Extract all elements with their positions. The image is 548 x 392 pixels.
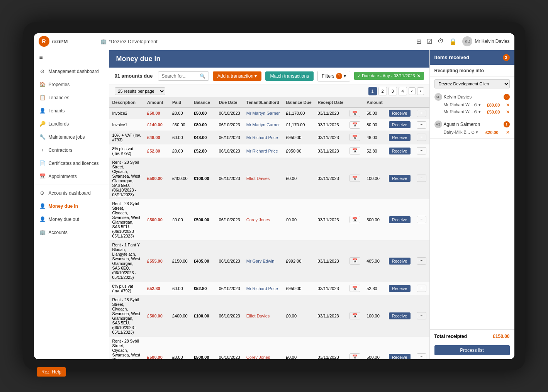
cell-menu[interactable]: ⋯: [414, 336, 429, 359]
help-button[interactable]: Rezi Help: [37, 367, 66, 377]
clock-icon[interactable]: ⏱: [438, 38, 444, 45]
calendar-button[interactable]: 📅: [349, 312, 360, 319]
row-menu-button[interactable]: ⋯: [417, 312, 426, 319]
sidebar-item-accounts-dashboard[interactable]: ⊙ Accounts dashboard: [34, 187, 109, 200]
page-2-button[interactable]: 2: [378, 87, 387, 95]
row-menu-button[interactable]: ⋯: [417, 147, 426, 154]
cell-calendar-icon[interactable]: 📅: [346, 144, 363, 158]
search-input[interactable]: [161, 73, 198, 79]
sidebar-item-appointments[interactable]: 📅 Appointments: [34, 170, 109, 183]
add-transaction-button[interactable]: Add a transaction ▾: [213, 71, 262, 81]
calendar-button[interactable]: 📅: [349, 216, 360, 223]
cell-receive-button[interactable]: Receive: [386, 282, 414, 295]
filter-tag[interactable]: ✓ Due date - Any - 03/11/2023 ✕: [354, 72, 424, 80]
receive-button[interactable]: Receive: [389, 134, 411, 141]
cell-paid: £0.00: [169, 107, 191, 119]
cell-menu[interactable]: ⋯: [414, 119, 429, 131]
row-menu-button[interactable]: ⋯: [417, 134, 426, 141]
cell-menu[interactable]: ⋯: [414, 107, 429, 119]
row-menu-button[interactable]: ⋯: [417, 257, 426, 265]
user-badge[interactable]: KD Mr Kelvin Davies: [462, 36, 509, 46]
cell-receive-button[interactable]: Receive: [386, 158, 414, 199]
match-transactions-button[interactable]: Match transactions: [265, 71, 314, 81]
cell-menu[interactable]: ⋯: [414, 158, 429, 199]
cell-receive-button[interactable]: Receive: [386, 295, 414, 336]
calendar-button[interactable]: 📅: [349, 285, 360, 292]
page-1-button[interactable]: 1: [368, 87, 377, 95]
cell-calendar-icon[interactable]: 📅: [346, 282, 363, 295]
cell-receive-button[interactable]: Receive: [386, 131, 414, 144]
client-select[interactable]: Dezrez Development Clien: [434, 79, 510, 88]
receive-button[interactable]: Receive: [389, 258, 411, 265]
cell-menu[interactable]: ⋯: [414, 144, 429, 158]
filters-button[interactable]: Filters 1 ▾: [317, 71, 350, 81]
sidebar-toggle[interactable]: ≡: [34, 50, 109, 65]
cell-calendar-icon[interactable]: 📅: [346, 158, 363, 199]
calendar-button[interactable]: 📅: [349, 175, 360, 182]
receive-button[interactable]: Receive: [389, 285, 411, 292]
calendar-button[interactable]: 📅: [349, 134, 360, 141]
remove-subitem-icon[interactable]: ✕: [506, 109, 510, 115]
sidebar-item-contractors[interactable]: + Contractors: [34, 144, 109, 157]
sidebar-item-maintenance[interactable]: 🔧 Maintenance jobs: [34, 131, 109, 144]
sidebar-item-properties[interactable]: 🏠 Properties: [34, 78, 109, 91]
search-box[interactable]: 🔍: [158, 71, 209, 81]
cell-calendar-icon[interactable]: 📅: [346, 131, 363, 144]
cell-calendar-icon[interactable]: 📅: [346, 336, 363, 359]
prev-page-button[interactable]: ‹: [409, 87, 416, 95]
cell-calendar-icon[interactable]: 📅: [346, 240, 363, 282]
filter-remove-icon[interactable]: ✕: [417, 73, 421, 79]
cell-calendar-icon[interactable]: 📅: [346, 119, 363, 131]
sidebar-item-certificates[interactable]: 📄 Certificates and licences: [34, 157, 109, 170]
next-page-button[interactable]: ›: [417, 87, 424, 95]
cell-menu[interactable]: ⋯: [414, 295, 429, 336]
cell-receive-button[interactable]: Receive: [386, 144, 414, 158]
receive-button[interactable]: Receive: [389, 354, 411, 359]
row-menu-button[interactable]: ⋯: [417, 175, 426, 182]
receive-button[interactable]: Receive: [389, 216, 411, 223]
cell-receive-button[interactable]: Receive: [386, 199, 414, 240]
sidebar-item-management-dashboard[interactable]: ⊙ Management dashboard: [34, 65, 109, 78]
cell-receive-button[interactable]: Receive: [386, 240, 414, 282]
cell-menu[interactable]: ⋯: [414, 131, 429, 144]
lock-icon[interactable]: 🔒: [449, 38, 457, 45]
receive-button[interactable]: Receive: [389, 110, 411, 117]
sidebar-item-money-due-in[interactable]: 👤 Money due in: [34, 200, 109, 213]
cell-calendar-icon[interactable]: 📅: [346, 107, 363, 119]
calendar-button[interactable]: 📅: [349, 121, 360, 129]
row-menu-button[interactable]: ⋯: [417, 216, 426, 223]
sidebar-item-tenants[interactable]: 👤 Tenants: [34, 104, 109, 117]
page-4-button[interactable]: 4: [399, 87, 407, 95]
checkbox-icon[interactable]: ☑: [427, 38, 432, 45]
cell-calendar-icon[interactable]: 📅: [346, 295, 363, 336]
receive-button[interactable]: Receive: [389, 312, 411, 319]
per-page-select[interactable]: 25 results per page 10 results per page …: [115, 87, 165, 95]
row-menu-button[interactable]: ⋯: [417, 285, 426, 292]
cell-menu[interactable]: ⋯: [414, 199, 429, 240]
cell-receive-button[interactable]: Receive: [386, 119, 414, 131]
receive-button[interactable]: Receive: [389, 175, 411, 182]
sidebar-item-tenancies[interactable]: 📋 Tenancies: [34, 91, 109, 104]
remove-subitem-icon[interactable]: ✕: [506, 130, 510, 135]
calendar-button[interactable]: 📅: [349, 110, 360, 117]
cell-menu[interactable]: ⋯: [414, 240, 429, 282]
page-3-button[interactable]: 3: [389, 87, 397, 95]
receive-button[interactable]: Receive: [389, 148, 411, 154]
calendar-button[interactable]: 📅: [349, 257, 360, 265]
remove-subitem-icon[interactable]: ✕: [506, 102, 510, 108]
sidebar-item-landlords[interactable]: 🔑 Landlords: [34, 117, 109, 131]
cell-receive-button[interactable]: Receive: [386, 107, 414, 119]
sidebar-item-money-due-out[interactable]: 👤 Money due out: [34, 213, 109, 226]
grid-icon[interactable]: ⊞: [416, 38, 421, 45]
calendar-button[interactable]: 📅: [349, 147, 360, 154]
sidebar-item-accounts[interactable]: 🏢 Accounts: [34, 226, 109, 239]
row-menu-button[interactable]: ⋯: [417, 353, 426, 359]
receive-button[interactable]: Receive: [389, 121, 411, 128]
calendar-button[interactable]: 📅: [349, 353, 360, 359]
cell-menu[interactable]: ⋯: [414, 282, 429, 295]
process-list-button[interactable]: Process list: [434, 345, 510, 355]
cell-receive-button[interactable]: Receive: [386, 336, 414, 359]
row-menu-button[interactable]: ⋯: [417, 121, 426, 129]
cell-calendar-icon[interactable]: 📅: [346, 199, 363, 240]
row-menu-button[interactable]: ⋯: [417, 110, 426, 117]
